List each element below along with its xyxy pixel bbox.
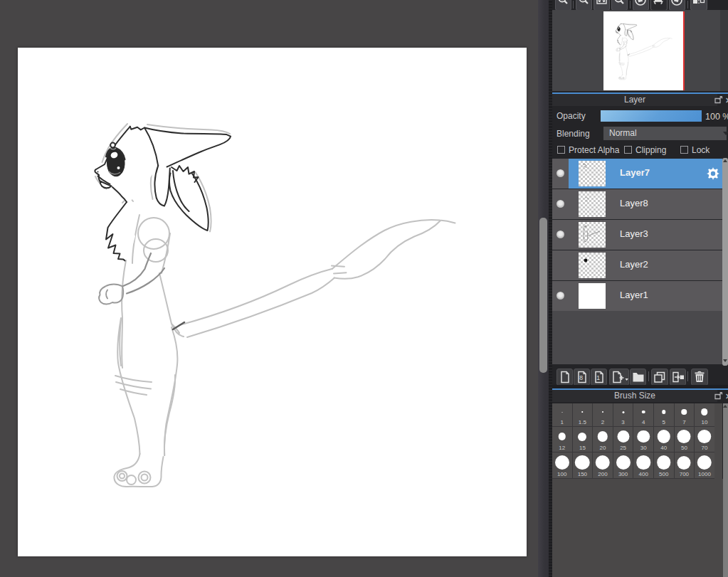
svg-text:1: 1 <box>596 374 600 381</box>
svg-text:8: 8 <box>579 374 583 381</box>
